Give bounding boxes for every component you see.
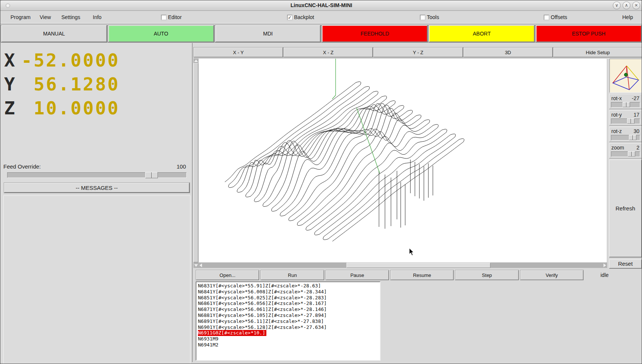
rot-z-slider-handle[interactable] [629, 135, 636, 140]
zoom-slider[interactable] [611, 151, 640, 157]
rot-x-label: rot-x [611, 95, 622, 101]
program-control-row: Open... Run Pause Resume Step Verify [196, 270, 583, 280]
pause-label: Pause [350, 272, 364, 278]
gcode-line[interactable]: N6871Y[#<yscale>*56.061]Z[#<zscale>*-28.… [198, 306, 380, 312]
messages-list [3, 195, 190, 364]
dro-axis-y: Y 56.1280 [4, 74, 120, 95]
zoom-slider-handle[interactable] [628, 151, 635, 157]
rot-z-label: rot-z [611, 128, 622, 134]
tab-hide-setup[interactable]: Hide Setup [553, 47, 642, 57]
tab-3d[interactable]: 3D [464, 47, 553, 57]
menu-program[interactable]: Program [9, 14, 32, 20]
orientation-preview [609, 59, 642, 93]
mdi-label: MDI [263, 31, 273, 37]
manual-button[interactable]: MANUAL [1, 25, 107, 42]
gcode-listbox[interactable]: N6831Y[#<yscale>*55.91]Z[#<zscale>*-28.6… [196, 281, 380, 361]
gcode-line[interactable]: N6941M2 [198, 342, 380, 348]
axis-y-label: Y [4, 74, 21, 95]
resume-button[interactable]: Resume [391, 270, 453, 280]
axis-z-value: 10.0000 [21, 98, 120, 118]
tab-x-y[interactable]: X - Y [194, 47, 283, 57]
gcode-line[interactable]: N6851Y[#<yscale>*56.025]Z[#<zscale>*-28.… [198, 295, 380, 301]
resume-label: Resume [413, 272, 431, 278]
step-button[interactable]: Step [455, 270, 518, 280]
estop-push-label: ESTOP PUSH [572, 31, 606, 37]
gcode-line[interactable]: N6831Y[#<yscale>*55.91]Z[#<zscale>*-28.6… [198, 283, 380, 289]
minimize-button[interactable]: ∨ [613, 1, 621, 9]
editor-checkbox-group[interactable]: Editor [161, 14, 182, 20]
estop-push-button[interactable]: ESTOP PUSH [536, 25, 642, 42]
feed-override-slider[interactable] [7, 172, 187, 178]
verify-button[interactable]: Verify [520, 270, 583, 280]
title-bar[interactable]: LinuxCNC-HAL-SIM-MINI ∨ ∧ × [0, 0, 642, 11]
editor-checkbox-label: Editor [168, 14, 182, 20]
rot-y-value: 17 [633, 112, 639, 118]
scroll-right-icon[interactable] [603, 263, 606, 267]
reset-label: Reset [618, 260, 633, 267]
rot-x-slider-handle[interactable] [623, 102, 630, 107]
menu-help[interactable]: Help [621, 14, 634, 20]
offsets-checkbox[interactable] [544, 15, 549, 20]
tools-checkbox-label: Tools [427, 14, 439, 20]
minimize-icon: ∨ [615, 3, 618, 8]
auto-button[interactable]: AUTO [108, 25, 214, 42]
rot-y-slider[interactable] [611, 118, 640, 124]
gcode-line[interactable]: N6881Y[#<yscale>*56.105]Z[#<zscale>*-27.… [198, 312, 380, 318]
backplot-vertical-scrollbar[interactable] [193, 58, 198, 268]
messages-button[interactable]: -- MESSAGES -- [4, 183, 190, 193]
open-label: Open... [220, 272, 236, 278]
tools-checkbox[interactable] [420, 15, 425, 20]
gcode-line[interactable]: N6891Y[#<yscale>*56.11]Z[#<zscale>*-27.8… [198, 318, 380, 324]
mdi-button[interactable]: MDI [215, 25, 321, 42]
view-tab-row: X - Y X - Z Y - Z 3D Hide Setup [194, 47, 642, 57]
menu-settings[interactable]: Settings [60, 14, 82, 20]
scroll-left-icon[interactable] [199, 263, 202, 267]
rot-z-slider[interactable] [611, 135, 640, 141]
menu-view[interactable]: View [39, 14, 52, 20]
backplot-checkbox-label: Backplot [294, 14, 314, 20]
open-button[interactable]: Open... [196, 270, 259, 280]
backplot-checkbox-group[interactable]: ✓ Backplot [287, 14, 314, 20]
linuxcnc-window: LinuxCNC-HAL-SIM-MINI ∨ ∧ × Program View… [0, 0, 642, 364]
backplot-checkbox[interactable]: ✓ [287, 15, 292, 20]
tab-x-z[interactable]: X - Z [284, 47, 373, 57]
refresh-button[interactable]: Refresh [609, 160, 642, 257]
rot-y-slider-handle[interactable] [627, 118, 635, 124]
gcode-active-line[interactable]: N6911G0Z[#<zscale>*10.] [198, 330, 266, 336]
vertical-scrollbar-thumb[interactable] [193, 63, 198, 262]
maximize-button[interactable]: ∧ [623, 1, 630, 9]
abort-label: ABORT [473, 31, 491, 37]
tab-x-y-label: X - Y [233, 50, 244, 55]
verify-label: Verify [546, 272, 558, 278]
gcode-line[interactable]: N6931M9 [198, 336, 380, 342]
reset-button[interactable]: Reset [609, 259, 642, 269]
backplot-canvas[interactable] [198, 58, 607, 263]
close-button[interactable]: × [632, 1, 640, 9]
rot-y-group: rot-y 17 [609, 110, 642, 126]
offsets-checkbox-group[interactable]: Offsets [544, 14, 567, 20]
tab-y-z[interactable]: Y - Z [373, 47, 462, 57]
run-button[interactable]: Run [261, 270, 324, 280]
backplot-horizontal-scrollbar[interactable] [198, 263, 607, 268]
gcode-line[interactable]: N6861Y[#<yscale>*56.056]Z[#<zscale>*-28.… [198, 300, 380, 306]
scroll-down-icon[interactable] [194, 264, 198, 267]
feed-override-slider-handle[interactable] [145, 172, 158, 178]
rot-x-slider[interactable] [611, 102, 640, 108]
axis-x-label: X [4, 50, 21, 71]
menu-info[interactable]: Info [92, 14, 103, 20]
gcode-line[interactable]: N6901Y[#<yscale>*56.128]Z[#<zscale>*-27.… [198, 324, 380, 330]
abort-button[interactable]: ABORT [429, 25, 535, 42]
feedhold-button[interactable]: FEEDHOLD [322, 25, 428, 42]
scroll-up-icon[interactable] [194, 59, 198, 62]
tools-checkbox-group[interactable]: Tools [420, 14, 439, 20]
pause-button[interactable]: Pause [326, 270, 389, 280]
horizontal-scrollbar-thumb[interactable] [346, 263, 490, 268]
feedhold-label: FEEDHOLD [361, 31, 389, 37]
tab-x-z-label: X - Z [323, 50, 333, 55]
mode-button-row: MANUAL AUTO MDI FEEDHOLD ABORT ESTOP PUS… [1, 25, 642, 42]
zoom-label: zoom [611, 145, 624, 151]
editor-checkbox[interactable] [161, 15, 166, 20]
tab-y-z-label: Y - Z [413, 50, 424, 55]
axis-y-value: 56.1280 [21, 74, 120, 95]
gcode-line[interactable]: N6841Y[#<yscale>*56.008]Z[#<zscale>*-28.… [198, 289, 380, 295]
